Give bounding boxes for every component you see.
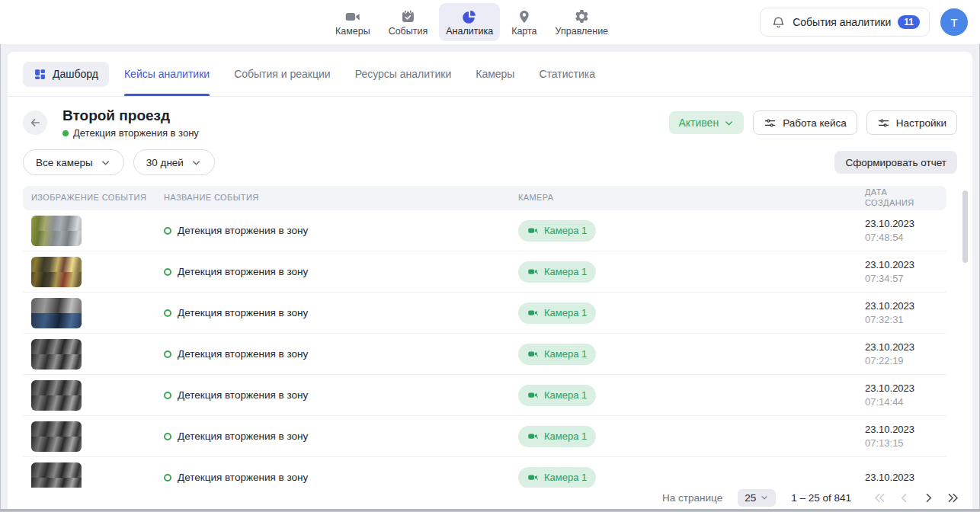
chevron-down-icon xyxy=(100,157,111,168)
event-name-cell: Детекция вторжения в зону xyxy=(164,389,518,401)
period-filter-dropdown[interactable]: 30 дней xyxy=(133,149,215,175)
event-type-ring-icon xyxy=(164,268,171,276)
event-name-cell: Детекция вторжения в зону xyxy=(164,307,518,318)
per-page-select[interactable]: 25 xyxy=(738,489,776,507)
nav-item-management[interactable]: Управление xyxy=(549,3,616,41)
event-time: 07:13:15 xyxy=(865,437,938,449)
settings-button[interactable]: Настройки xyxy=(866,110,957,135)
camera-badge[interactable]: Камера 1 xyxy=(518,385,596,406)
scrollbar-thumb[interactable] xyxy=(962,190,968,263)
main-nav: Камеры События Аналитика Карта xyxy=(328,3,615,41)
tab-analytics-cases[interactable]: Кейсы аналитики xyxy=(124,52,210,96)
tab-cameras[interactable]: Камеры xyxy=(476,52,514,96)
camera-badge[interactable]: Камера 1 xyxy=(518,261,596,283)
camera-badge[interactable]: Камера 1 xyxy=(518,344,596,365)
per-page-label: На странице xyxy=(662,492,722,504)
case-header: Второй проезд Детекция вторжения в зону … xyxy=(8,97,972,145)
nav-label: Карта xyxy=(511,26,536,37)
app-window: Камеры События Аналитика Карта xyxy=(0,0,980,512)
camera-badge[interactable]: Камера 1 xyxy=(518,220,596,242)
event-name-cell: Детекция вторжения в зону xyxy=(164,266,518,277)
column-header-image: ИЗОБРАЖЕНИЕ СОБЫТИЯ xyxy=(31,193,164,203)
event-thumbnail[interactable] xyxy=(31,339,82,370)
table-row[interactable]: Детекция вторжения в зону Камера 1 23.10… xyxy=(23,251,946,293)
tab-bar: Дашборд Кейсы аналитики События и реакци… xyxy=(8,52,972,97)
notification-count-badge: 11 xyxy=(898,15,920,29)
camera-badge-label: Камера 1 xyxy=(544,348,587,360)
event-type-ring-icon xyxy=(164,474,171,482)
camera-cell: Камера 1 xyxy=(518,302,865,324)
double-chevron-right-icon xyxy=(946,491,960,505)
prev-page-button[interactable] xyxy=(897,491,911,505)
dashboard-button[interactable]: Дашборд xyxy=(23,62,109,87)
table-row[interactable]: Детекция вторжения в зону Камера 1 23.10… xyxy=(23,293,946,334)
table-row[interactable]: Детекция вторжения в зону Камера 1 23.10… xyxy=(23,416,946,457)
camera-badge[interactable]: Камера 1 xyxy=(518,426,596,447)
table-row[interactable]: Детекция вторжения в зону Камера 1 23.10… xyxy=(23,375,946,416)
tab-analytics-resources[interactable]: Ресурсы аналитики xyxy=(355,52,452,96)
event-type-ring-icon xyxy=(164,392,171,399)
back-button[interactable] xyxy=(23,110,47,135)
avatar[interactable]: T xyxy=(940,8,968,36)
date-cell: 23.10.2023 07:13:15 xyxy=(865,424,938,449)
analytics-events-button[interactable]: События аналитики 11 xyxy=(760,8,930,37)
date-cell: 23.10.2023 07:22:19 xyxy=(865,341,938,366)
status-dropdown[interactable]: Активен xyxy=(669,111,744,134)
notification-button-label: События аналитики xyxy=(793,16,891,28)
chevron-down-icon xyxy=(723,117,735,129)
sliders-icon xyxy=(877,117,890,130)
camera-cell: Камера 1 xyxy=(518,220,865,242)
nav-item-map[interactable]: Карта xyxy=(504,3,543,41)
camera-badge[interactable]: Камера 1 xyxy=(518,302,596,324)
gear-icon xyxy=(573,8,590,25)
table-row[interactable]: Детекция вторжения в зону Камера 1 23.10… xyxy=(23,334,946,375)
event-thumbnail[interactable] xyxy=(31,257,82,287)
event-time: 07:32:31 xyxy=(865,314,938,325)
event-date: 23.10.2023 xyxy=(865,382,938,394)
generate-report-button[interactable]: Сформировать отчет xyxy=(834,151,957,174)
nav-item-events[interactable]: События xyxy=(382,3,435,41)
period-filter-label: 30 дней xyxy=(146,157,184,168)
tab-statistics[interactable]: Статистика xyxy=(539,52,595,96)
double-chevron-left-icon xyxy=(873,491,887,505)
table-row[interactable]: Детекция вторжения в зону Камера 1 23.10… xyxy=(23,210,946,251)
table-body: Детекция вторжения в зону Камера 1 23.10… xyxy=(8,210,972,498)
camera-icon xyxy=(527,389,539,401)
camera-filter-dropdown[interactable]: Все камеры xyxy=(23,149,124,175)
nav-label: Управление xyxy=(556,26,609,37)
case-titles: Второй проезд Детекция вторжения в зону xyxy=(62,107,199,139)
camera-badge[interactable]: Камера 1 xyxy=(518,467,596,488)
nav-item-cameras[interactable]: Камеры xyxy=(328,3,377,41)
event-thumbnail[interactable] xyxy=(31,380,82,411)
event-name-cell: Детекция вторжения в зону xyxy=(164,348,518,360)
last-page-button[interactable] xyxy=(946,491,960,505)
case-work-button[interactable]: Работа кейса xyxy=(753,110,857,135)
topbar-right: События аналитики 11 T xyxy=(760,8,968,37)
tab-events-reactions[interactable]: События и реакции xyxy=(234,52,331,96)
nav-item-analytics[interactable]: Аналитика xyxy=(439,3,500,41)
event-type-ring-icon xyxy=(164,350,171,358)
column-header-event-name: НАЗВАНИЕ СОБЫТИЯ xyxy=(164,193,518,203)
camera-filter-label: Все камеры xyxy=(36,157,93,168)
chevron-down-icon xyxy=(191,157,202,168)
camera-cell: Камера 1 xyxy=(518,261,865,283)
arrow-left-icon xyxy=(28,116,42,130)
event-name: Детекция вторжения в зону xyxy=(178,307,308,318)
next-page-button[interactable] xyxy=(921,491,936,505)
event-thumbnail[interactable] xyxy=(31,298,82,328)
per-page-value: 25 xyxy=(745,492,756,504)
event-image-cell xyxy=(31,380,164,411)
event-date: 23.10.2023 xyxy=(865,300,938,312)
event-thumbnail[interactable] xyxy=(31,216,82,246)
event-name-cell: Детекция вторжения в зону xyxy=(164,472,518,483)
event-thumbnail[interactable] xyxy=(31,421,82,452)
camera-cell: Камера 1 xyxy=(518,385,865,406)
page-range-label: 1 – 25 of 841 xyxy=(791,492,851,504)
camera-badge-label: Камера 1 xyxy=(544,430,587,442)
status-label: Активен xyxy=(678,117,719,129)
date-cell: 23.10.2023 07:14:44 xyxy=(865,382,938,408)
first-page-button[interactable] xyxy=(873,491,887,505)
event-image-cell xyxy=(31,216,164,246)
camera-badge-label: Камера 1 xyxy=(544,472,587,483)
bell-icon xyxy=(771,15,786,30)
